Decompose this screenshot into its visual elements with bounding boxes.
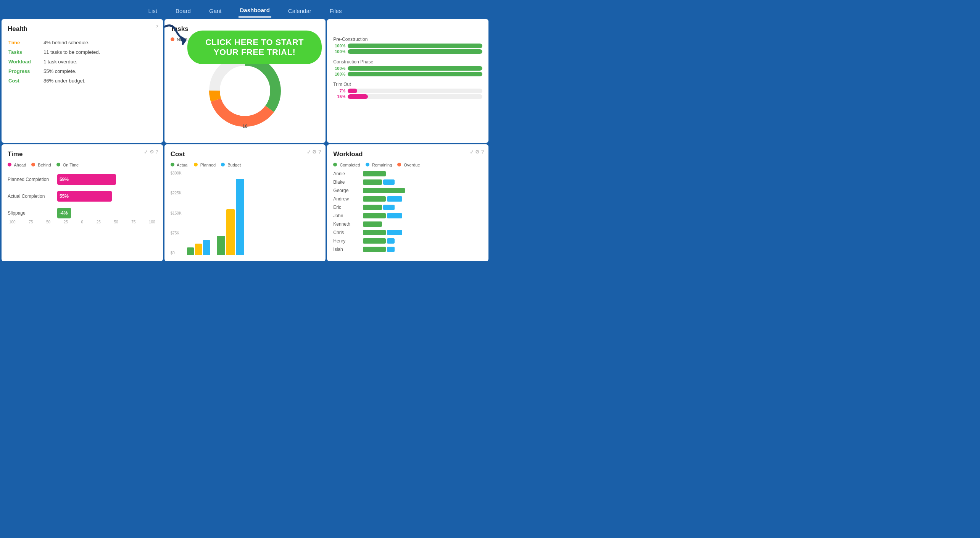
time-card-icons[interactable]: ⤢ ⚙ ? <box>144 149 158 155</box>
cost-group-1 <box>187 240 210 255</box>
construction-track2 <box>348 72 482 76</box>
health-progress-label: Progress <box>8 67 43 76</box>
cta-banner[interactable]: CLICK HERE TO START YOUR FREE TRIAL! <box>187 31 322 64</box>
kenneth-bars <box>363 221 382 227</box>
navigation: List Board Gant Dashboard Calendar Files <box>0 0 490 18</box>
phase-trim-out: Trim Out 7% 15% <box>333 82 482 99</box>
chris-bars <box>363 230 402 235</box>
annie-name: Annie <box>333 171 360 176</box>
cost-y-axis: $0 $75K $150K $225K $300K <box>171 171 184 255</box>
workload-eric: Eric <box>333 205 482 210</box>
time-slippage-label: Slippage <box>8 210 57 216</box>
pre-construction-fill1 <box>348 44 482 48</box>
john-name: John <box>333 213 360 218</box>
workload-card-icons[interactable]: ⤢ ⚙ ? <box>470 149 484 155</box>
workload-legend-completed: Completed <box>333 163 360 167</box>
construction-fill1 <box>348 66 482 71</box>
workload-card: Workload ⤢ ⚙ ? Completed Remaining Overd… <box>327 144 488 261</box>
nav-dashboard[interactable]: Dashboard <box>239 4 271 18</box>
nav-list[interactable]: List <box>147 5 159 17</box>
health-tasks-label: Tasks <box>8 48 43 57</box>
trim-out-name: Trim Out <box>333 82 482 87</box>
health-title: Health <box>8 25 157 33</box>
pre-construction-pct2: 100% <box>333 49 345 54</box>
workload-andrew: Andrew <box>333 196 482 202</box>
ahead-dot <box>8 163 11 166</box>
cta-text[interactable]: CLICK HERE TO START YOUR FREE TRIAL! <box>198 37 311 57</box>
cost-bars-area <box>184 171 247 255</box>
time-chart-container: Planned Completion 59% Actual Completion… <box>8 173 157 224</box>
annie-completed-bar <box>363 171 386 176</box>
actual-dot <box>171 163 174 166</box>
time-legend-ontime: On Time <box>56 163 79 167</box>
nav-gant[interactable]: Gant <box>208 5 223 17</box>
henry-completed-bar <box>363 238 386 244</box>
andrew-bars <box>363 196 402 202</box>
nav-calendar[interactable]: Calendar <box>287 5 313 17</box>
phases-card: Pre-Construction 100% 100% Construction … <box>327 19 488 143</box>
cta-arrow-icon <box>164 23 191 50</box>
workload-legend-remaining: Remaining <box>366 163 392 167</box>
andrew-completed-bar <box>363 196 386 202</box>
dashboard-grid: Health ? Time 4% behind schedule. Tasks … <box>0 18 490 263</box>
nav-board[interactable]: Board <box>174 5 192 17</box>
health-time-row: Time 4% behind schedule. <box>8 38 156 47</box>
pre-construction-fill2 <box>348 49 482 54</box>
health-help-icon[interactable]: ? <box>155 24 158 29</box>
construction-pct1: 100% <box>333 66 345 71</box>
pre-construction-track1 <box>348 44 482 48</box>
cost-chart-area: $0 $75K $150K $225K $300K <box>171 171 320 255</box>
cost-card-icons[interactable]: ⤢ ⚙ ? <box>307 149 321 155</box>
eric-remaining-bar <box>383 205 395 210</box>
eric-completed-bar <box>363 205 382 210</box>
time-actual-row: Actual Completion 55% <box>8 191 157 202</box>
kenneth-name: Kenneth <box>333 221 360 227</box>
health-tasks-row: Tasks 11 tasks to be completed. <box>8 48 156 57</box>
remaining-dot <box>366 163 369 166</box>
time-legend-ahead: Ahead <box>8 163 26 167</box>
cost-group-2 <box>217 179 244 255</box>
time-planned-label: Planned Completion <box>8 177 57 182</box>
cost-bar-g1-actual <box>187 247 194 255</box>
pre-construction-track2 <box>348 49 482 54</box>
phase-construction: Construction Phase 100% 100% <box>333 59 482 76</box>
health-table: Time 4% behind schedule. Tasks 11 tasks … <box>8 37 157 86</box>
pre-construction-name: Pre-Construction <box>333 37 482 42</box>
cost-legend-budget: Budget <box>221 163 241 167</box>
john-remaining-bar <box>387 213 402 218</box>
isiah-name: Isiah <box>333 247 360 252</box>
eric-name: Eric <box>333 205 360 210</box>
time-card: Time ⤢ ⚙ ? Ahead Behind On Time Planned <box>2 144 163 261</box>
trim-out-track2 <box>348 94 482 99</box>
nav-files[interactable]: Files <box>328 5 343 17</box>
workload-legend: Completed Remaining Overdue <box>333 163 482 167</box>
health-cost-row: Cost 86% under budget. <box>8 76 156 85</box>
health-workload-row: Workload 1 task overdue. <box>8 57 156 66</box>
health-time-value: 4% behind schedule. <box>44 38 156 47</box>
construction-bar1: 100% <box>333 66 482 71</box>
george-name: George <box>333 188 360 193</box>
george-bars <box>363 188 405 193</box>
blake-remaining-bar <box>383 179 395 185</box>
workload-title: Workload <box>333 150 482 158</box>
workload-george: George <box>333 188 482 193</box>
construction-pct2: 100% <box>333 72 345 76</box>
kenneth-completed-bar <box>363 221 382 227</box>
cost-card: Cost ⤢ ⚙ ? Actual Planned Budget $0 $75K… <box>164 144 326 261</box>
behind-dot <box>31 163 35 166</box>
trim-out-track1 <box>348 89 482 93</box>
planned-dot <box>194 163 198 166</box>
health-cost-label: Cost <box>8 76 43 85</box>
chris-remaining-bar <box>387 230 402 235</box>
chris-name: Chris <box>333 230 360 235</box>
blake-name: Blake <box>333 179 360 185</box>
john-completed-bar <box>363 213 386 218</box>
henry-name: Henry <box>333 238 360 244</box>
pre-construction-pct1: 100% <box>333 44 345 48</box>
isiah-bars <box>363 247 395 252</box>
health-cost-value: 86% under budget. <box>44 76 156 85</box>
workload-isiah: Isiah <box>333 247 482 252</box>
health-progress-row: Progress 55% complete. <box>8 67 156 76</box>
andrew-name: Andrew <box>333 196 360 202</box>
isiah-remaining-bar <box>387 247 395 252</box>
